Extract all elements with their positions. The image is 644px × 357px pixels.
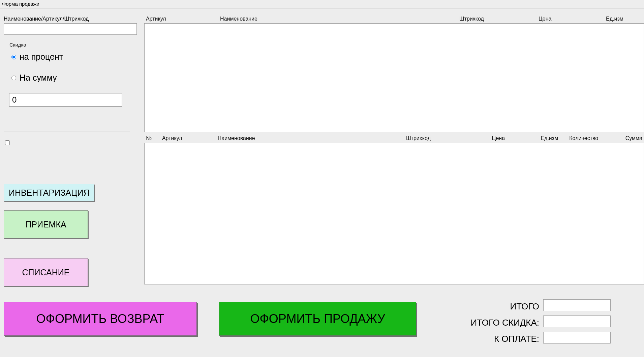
search-input[interactable] — [4, 23, 137, 35]
col-barcode[interactable]: Штрихкод — [405, 135, 491, 141]
total-label: ИТОГО — [455, 301, 539, 312]
search-results-table[interactable]: Артикул Наименование Штрихкод Цена Ед.из… — [144, 23, 644, 132]
col-name[interactable]: Наименование — [216, 135, 405, 141]
col-price[interactable]: Цена — [537, 16, 605, 22]
search-table-body[interactable] — [145, 24, 644, 132]
col-sum[interactable]: Сумма — [620, 135, 644, 141]
discount-value-input[interactable] — [9, 93, 122, 107]
receipt-button[interactable]: ПРИЕМКА — [4, 210, 88, 239]
col-unit[interactable]: Ед.изм — [605, 16, 642, 22]
cart-table[interactable]: № Артикул Наименование Штрихкод Цена Ед.… — [144, 143, 644, 284]
to-pay-value-input[interactable] — [543, 332, 611, 344]
col-name[interactable]: Наименование — [219, 16, 458, 22]
col-barcode[interactable]: Штрихкод — [458, 16, 537, 22]
content-area: Наименование/Артикул/Штрихкод Скидка на … — [0, 8, 644, 356]
unknown-checkbox[interactable] — [5, 140, 10, 145]
total-discount-label: ИТОГО СКИДКА: — [455, 318, 539, 328]
discount-radio-percent[interactable] — [11, 55, 16, 59]
col-unit[interactable]: Ед.изм — [539, 135, 568, 141]
col-price[interactable]: Цена — [491, 135, 540, 141]
search-table-header: Артикул Наименование Штрихкод Цена Ед.из… — [145, 16, 644, 22]
discount-radio-sum[interactable] — [11, 76, 16, 80]
col-article[interactable]: Артикул — [145, 16, 219, 22]
window-title: Форма продажи — [0, 0, 644, 8]
discount-radio-sum-row: На сумму — [11, 73, 57, 83]
sales-form-window: Форма продажи Наименование/Артикул/Штрих… — [0, 0, 644, 356]
discount-radio-percent-label[interactable]: на процент — [20, 52, 63, 62]
inventory-button[interactable]: ИНВЕНТАРИЗАЦИЯ — [4, 184, 94, 201]
discount-groupbox: Скидка на процент На сумму — [4, 45, 130, 132]
col-article[interactable]: Артикул — [161, 135, 216, 141]
process-return-button[interactable]: ОФОРМИТЬ ВОЗВРАТ — [4, 302, 197, 336]
discount-radio-percent-row: на процент — [11, 52, 63, 62]
total-value-input[interactable] — [543, 299, 611, 311]
to-pay-label: К ОПЛАТЕ: — [455, 334, 539, 344]
discount-legend: Скидка — [7, 42, 28, 48]
discount-radio-sum-label[interactable]: На сумму — [20, 73, 57, 83]
process-sale-button[interactable]: ОФОРМИТЬ ПРОДАЖУ — [219, 302, 416, 336]
writeoff-button[interactable]: СПИСАНИЕ — [4, 258, 88, 286]
total-discount-value-input[interactable] — [543, 315, 611, 327]
cart-table-header: № Артикул Наименование Штрихкод Цена Ед.… — [145, 135, 644, 141]
cart-table-body[interactable] — [145, 143, 644, 284]
col-qty[interactable]: Количество — [568, 135, 620, 141]
col-num[interactable]: № — [145, 135, 161, 141]
search-label: Наименование/Артикул/Штрихкод — [4, 16, 89, 22]
